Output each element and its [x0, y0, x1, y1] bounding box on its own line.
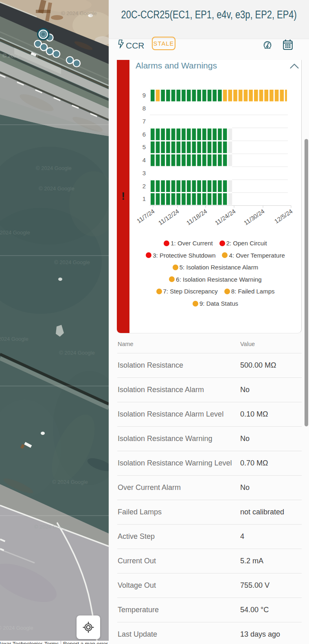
svg-text:11/18/24: 11/18/24 [185, 207, 208, 226]
svg-text:© 2024 Google: © 2024 Google [0, 625, 33, 631]
svg-text:6: 6 [142, 131, 146, 138]
svg-text:© 2024 Google: © 2024 Google [2, 53, 38, 59]
svg-text:9: 9 [142, 92, 146, 99]
svg-text:© 2024 Google: © 2024 Google [54, 259, 90, 265]
svg-text:© 2024 Google: © 2024 Google [61, 10, 97, 16]
svg-text:7: 7 [142, 118, 146, 125]
svg-text:11/7/24: 11/7/24 [136, 207, 156, 224]
svg-text:12/5/24: 12/5/24 [273, 207, 294, 225]
svg-text:© 2024 Google: © 2024 Google [39, 185, 75, 192]
svg-text:5: 5 [142, 143, 146, 150]
svg-text:© 2024 Google: © 2024 Google [0, 229, 30, 236]
svg-text:2: 2 [142, 183, 146, 190]
svg-text:11/12/24: 11/12/24 [157, 207, 180, 226]
svg-text:8: 8 [142, 105, 146, 112]
svg-text:© 2024 Google: © 2024 Google [52, 479, 88, 485]
svg-text:© 2024 Google: © 2024 Google [0, 336, 28, 342]
svg-text:11/30/24: 11/30/24 [243, 207, 266, 226]
svg-text:© 2024 Google: © 2024 Google [34, 524, 70, 530]
svg-text:3: 3 [142, 170, 146, 176]
svg-text:© 2024 Google: © 2024 Google [36, 165, 72, 171]
svg-text:© 2024 Google: © 2024 Google [59, 350, 95, 356]
svg-text:1: 1 [142, 195, 146, 202]
svg-text:4: 4 [142, 157, 146, 163]
svg-text:11/24/24: 11/24/24 [214, 207, 237, 226]
